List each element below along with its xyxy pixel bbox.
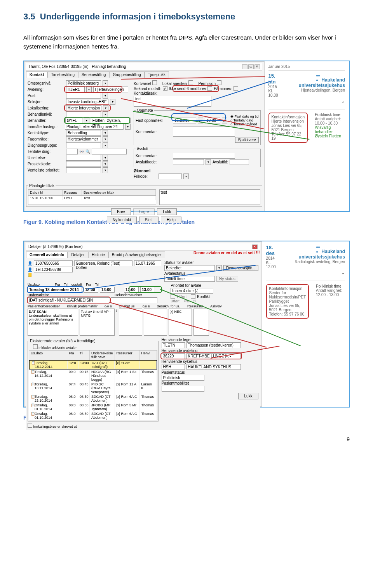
agfa-dialog: Detaljer (# 1349676) (Kun lese) ✕ Genere… bbox=[24, 241, 262, 407]
chevron-down-icon[interactable]: ▾ bbox=[103, 142, 108, 148]
chevron-down-icon[interactable]: ▾ bbox=[110, 99, 115, 105]
checkbox[interactable] bbox=[217, 80, 221, 85]
person-icon: 👤 bbox=[28, 261, 32, 265]
chevron-down-icon[interactable]: ▾ bbox=[103, 80, 108, 86]
val-avs-kommentar[interactable] bbox=[173, 153, 235, 159]
table-row[interactable]: 15.01.15 10:00 OYFL Test bbox=[28, 196, 156, 200]
tvp-box: Test av time til VP - NRTG bbox=[80, 309, 115, 336]
lukk-button[interactable]: Lukk bbox=[157, 208, 177, 215]
nykontakt-button[interactable]: Ny kontakt bbox=[107, 217, 137, 223]
id-a[interactable]: 15076500565 bbox=[34, 260, 73, 266]
empty-box bbox=[119, 309, 142, 336]
dips-title-bar: Thømt, Ole Fos 120654-00195 (m) - Planla… bbox=[26, 63, 262, 71]
val-venteliste[interactable] bbox=[66, 167, 101, 173]
tab-generell[interactable]: Generell avtaleinfo bbox=[26, 252, 68, 258]
lbl-seksjon: Seksjon: bbox=[28, 100, 64, 104]
tab-detaljer[interactable]: Detaljer bbox=[68, 252, 88, 258]
val-henvsyk[interactable]: HSH bbox=[162, 364, 185, 370]
annotation-rect-red bbox=[64, 104, 111, 111]
table-row[interactable]: 📋Onsdag, 01.10.201408:008:30JFOBG (MR Ty… bbox=[29, 403, 157, 411]
chevron-down-icon[interactable]: ▾ bbox=[103, 130, 108, 136]
search-icon[interactable]: 🔍 bbox=[85, 149, 90, 154]
chevron-down-icon[interactable]: ▾ bbox=[103, 111, 108, 117]
tab-gruppebestilling[interactable]: Gruppebestilling bbox=[109, 71, 144, 78]
table-row[interactable]: 📋Tirsdag, 16.12.201409:009:15NDGAA (RG H… bbox=[29, 369, 157, 382]
tab-kontakt[interactable]: Kontakt bbox=[26, 71, 47, 78]
lukk-button[interactable]: Lukk bbox=[238, 393, 258, 399]
val-kontaktarsak[interactable]: test bbox=[134, 96, 211, 107]
val-henvlege[interactable]: TLETN bbox=[162, 342, 185, 348]
collapse-caret-icon[interactable]: ⌃ bbox=[268, 101, 345, 106]
val-henvlegenavn[interactable]: Thomassen (testbrukeren) bbox=[186, 342, 241, 348]
checkbox[interactable] bbox=[188, 80, 193, 85]
val-delund[interactable] bbox=[111, 297, 157, 303]
checkbox[interactable] bbox=[28, 423, 32, 428]
hjelp-button[interactable]: Hjelp bbox=[161, 217, 181, 223]
val-pasientmob[interactable] bbox=[162, 386, 204, 392]
dips-left-col: Omsorgsnivå:Poliklinisk omsorg▾ Avdeling… bbox=[28, 80, 131, 180]
brev-button[interactable]: Brev bbox=[111, 208, 131, 215]
tab-timebestilling[interactable]: Timebestilling bbox=[47, 71, 78, 78]
val-henvsyknavn[interactable]: HAUKELAND SYKEHUS bbox=[186, 364, 241, 370]
tab-timeplukk[interactable]: Tjmeplukk bbox=[145, 71, 169, 78]
window-buttons[interactable]: ✕ bbox=[252, 245, 258, 249]
portal-year: 2014 bbox=[266, 256, 280, 260]
val-frikode[interactable] bbox=[159, 173, 182, 179]
checkbox[interactable] bbox=[152, 80, 157, 85]
chevron-down-icon[interactable]: ▾ bbox=[103, 167, 108, 173]
chevron-down-icon[interactable]: ▾ bbox=[103, 93, 108, 99]
val-status[interactable]: Bekreftet bbox=[164, 265, 215, 271]
chevron-down-icon[interactable]: ▾ bbox=[103, 136, 108, 142]
val-fagomraade[interactable]: Hjertesykdommer bbox=[66, 136, 101, 142]
val-til[interactable]: 13:00 bbox=[100, 287, 115, 293]
val-avsluttid[interactable] bbox=[230, 159, 249, 165]
nystatus-button[interactable]: Ny status bbox=[216, 276, 238, 282]
val-omsorgsniva[interactable]: Poliklinisk omsorg bbox=[66, 80, 101, 86]
table-row[interactable]: 📋Torsdag, 23.10.201408:008:30SDGAD (CT A… bbox=[29, 394, 157, 403]
sgd-button[interactable]: Sjølkkverv bbox=[235, 137, 258, 143]
val-tentativdiag[interactable] bbox=[66, 149, 78, 154]
chevron-down-icon[interactable]: ▾ bbox=[103, 161, 108, 167]
lbl-kommentar: Kommentar: bbox=[136, 130, 171, 134]
glasses-icon[interactable]: 👓 bbox=[79, 149, 84, 154]
val-prosjektkode[interactable] bbox=[66, 161, 101, 167]
lbl-soknad: Søknad mottatt: bbox=[134, 87, 161, 91]
chevron-down-icon[interactable]: ▾ bbox=[183, 173, 189, 179]
slett-button[interactable]: Slett bbox=[139, 217, 159, 223]
checkbox[interactable] bbox=[33, 344, 38, 349]
chevron-down-icon[interactable]: ▾ bbox=[125, 124, 131, 130]
planlagte-note[interactable]: test bbox=[159, 189, 260, 205]
val-pasientstatus[interactable]: Poliklinisk bbox=[162, 375, 204, 381]
checkbox[interactable] bbox=[191, 294, 195, 299]
val-diagnosegruppe[interactable] bbox=[66, 142, 101, 148]
checkbox[interactable]: ✔ bbox=[163, 86, 167, 91]
tab-seriebestilling[interactable]: Seriebestilling bbox=[78, 71, 109, 78]
lbl-fastoppmote: Fast oppmøtekl: bbox=[136, 118, 171, 123]
id-b[interactable]: 1el:123456789 bbox=[34, 267, 73, 272]
table-row[interactable]: 📋Onsdag, 01.10.201408:008:30SDGAD (CT Ab… bbox=[29, 411, 157, 420]
tab-brudd[interactable]: Brudd på avhengighetsregler bbox=[108, 252, 165, 258]
tab-historie[interactable]: Historie bbox=[88, 252, 108, 258]
val-tentativdiag2[interactable] bbox=[92, 149, 127, 154]
val-kontakttype[interactable]: Behandling bbox=[66, 130, 101, 136]
val-post[interactable] bbox=[66, 93, 101, 99]
table-row[interactable]: 📋Torsdag, 18.12.201412:013:00DAT (DAT sc… bbox=[29, 360, 157, 369]
patient-name[interactable]: Gundersen, Roland (Test) Doffen bbox=[74, 260, 132, 266]
collapse-caret-icon[interactable]: ⌃ bbox=[266, 272, 345, 278]
table-row[interactable]: 📋Torsdag, 13.11.201407:408:45PHXGC (RGV … bbox=[29, 382, 157, 394]
val-behandleniva[interactable] bbox=[66, 111, 101, 117]
val-seksjon[interactable]: Invasiv kardiologi-HBE bbox=[66, 99, 108, 105]
val-innen[interactable]: Innen 4 uker [-] bbox=[171, 288, 213, 294]
chevron-down-icon[interactable]: ▾ bbox=[206, 159, 211, 165]
lbl-innmaate: Innmåte hastegr.: bbox=[28, 125, 63, 129]
val-utsettelse[interactable] bbox=[66, 155, 101, 161]
book-icon[interactable]: 📒 bbox=[28, 273, 32, 277]
chevron-down-icon[interactable]: ▾ bbox=[103, 155, 108, 161]
close-icon: ✕ bbox=[252, 245, 258, 249]
checkbox[interactable] bbox=[234, 86, 238, 91]
lagre-button[interactable]: Lagre bbox=[133, 208, 155, 215]
val-kommentar[interactable] bbox=[173, 127, 235, 137]
val-avs-kode[interactable] bbox=[173, 159, 204, 165]
window-buttons[interactable]: —▭✕ bbox=[242, 64, 260, 69]
patient-dob[interactable]: 15.07.1965 bbox=[134, 260, 161, 266]
